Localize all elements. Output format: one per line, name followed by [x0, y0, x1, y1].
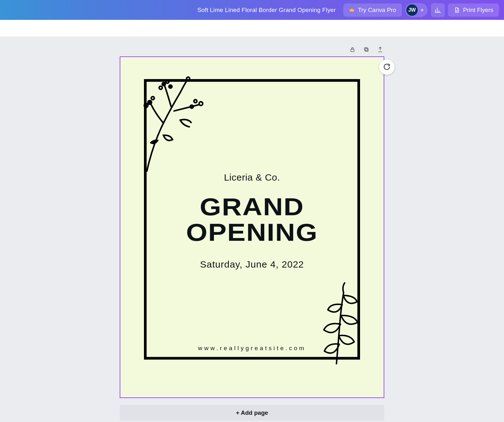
crown-icon — [349, 7, 355, 13]
page-mini-toolbar — [120, 46, 384, 54]
bar-chart-icon — [434, 7, 441, 14]
user-avatar: JW — [406, 4, 418, 16]
print-flyers-button[interactable]: Print Flyers — [448, 3, 499, 17]
svg-rect-0 — [351, 49, 354, 52]
duplicate-page-button[interactable] — [362, 46, 370, 54]
flyer-headline[interactable]: GRAND OPENING — [186, 194, 318, 245]
document-icon — [454, 7, 460, 13]
editor-toolbar — [0, 20, 504, 37]
flyer-event-date[interactable]: Saturday, June 4, 2022 — [200, 259, 304, 270]
page-area: Liceria & Co. GRAND OPENING Saturday, Ju… — [120, 46, 384, 398]
export-page-button[interactable] — [376, 46, 384, 54]
analytics-button[interactable] — [431, 3, 445, 17]
svg-rect-1 — [365, 48, 368, 51]
flyer-company-name[interactable]: Liceria & Co. — [224, 172, 280, 183]
add-collaborator-icon — [420, 8, 425, 13]
lock-icon — [349, 46, 356, 54]
magic-regenerate-button[interactable] — [379, 60, 394, 75]
document-title[interactable]: Soft Lime Lined Floral Border Grand Open… — [198, 7, 336, 14]
upload-icon — [377, 46, 383, 54]
flyer-website[interactable]: www.reallygreatsite.com — [120, 345, 384, 352]
duplicate-icon — [363, 46, 369, 54]
sparkle-refresh-icon — [383, 63, 391, 72]
app-header: Soft Lime Lined Floral Border Grand Open… — [0, 0, 504, 20]
share-avatar-group[interactable]: JW — [405, 3, 428, 17]
add-page-button[interactable]: + Add page — [120, 405, 384, 421]
canvas-page[interactable]: Liceria & Co. GRAND OPENING Saturday, Ju… — [120, 56, 384, 398]
try-canva-pro-button[interactable]: Try Canva Pro — [343, 3, 402, 17]
try-canva-pro-label: Try Canva Pro — [358, 7, 396, 14]
print-flyers-label: Print Flyers — [463, 7, 493, 14]
editor-stage: Liceria & Co. GRAND OPENING Saturday, Ju… — [0, 37, 504, 422]
lock-page-button[interactable] — [348, 46, 357, 54]
svg-rect-2 — [364, 48, 367, 50]
